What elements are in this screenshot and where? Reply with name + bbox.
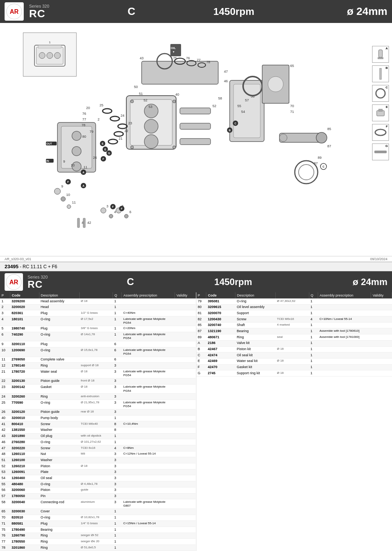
part-p: 2 bbox=[0, 304, 10, 310]
part-p: 12 bbox=[0, 363, 10, 369]
part-assy bbox=[318, 322, 371, 328]
part-p: A bbox=[196, 340, 206, 346]
part-q: 3 bbox=[113, 499, 122, 509]
part-p: 21 bbox=[0, 369, 10, 378]
part-code: 3200070 bbox=[206, 310, 235, 316]
part-dim: Ø 18 bbox=[276, 370, 309, 377]
svg-text:53: 53 bbox=[149, 105, 152, 109]
part-dim bbox=[79, 469, 113, 475]
part-q: 3 bbox=[113, 469, 122, 475]
part-val bbox=[175, 545, 196, 551]
part-desc: Cover bbox=[39, 509, 79, 515]
svg-rect-38 bbox=[234, 84, 260, 138]
thumb-B[interactable]: B bbox=[372, 65, 389, 82]
part-q: 8 bbox=[113, 421, 122, 427]
part-p: 76 bbox=[0, 533, 10, 539]
table-row: 51 1260100 Washer 3 bbox=[0, 457, 196, 463]
product-thumbnail: 1 bbox=[23, 33, 77, 77]
part-p: 48 bbox=[0, 451, 10, 457]
table-row: B 42467 Piston kit Ø 18 1 bbox=[196, 346, 392, 352]
part-p: C bbox=[196, 352, 206, 359]
part-p: 82 bbox=[196, 316, 206, 323]
part-code: 395081 bbox=[206, 298, 235, 304]
part-assy: Lubricate with grease Molykote PG54 bbox=[122, 384, 175, 394]
part-q: 1 bbox=[113, 527, 122, 533]
svg-point-60 bbox=[114, 132, 123, 136]
part-code: 42474 bbox=[206, 352, 235, 359]
part-desc: Plate bbox=[39, 469, 79, 475]
part-code: 1260790 bbox=[10, 533, 39, 539]
part-q: 1 bbox=[309, 364, 318, 370]
part-dim bbox=[79, 427, 113, 433]
part-dim: M8 bbox=[79, 451, 113, 457]
part-assy bbox=[122, 439, 175, 445]
svg-text:2: 2 bbox=[98, 117, 100, 121]
part-q: 1 bbox=[113, 332, 122, 341]
th-code-left: Code bbox=[10, 292, 39, 298]
svg-text:26: 26 bbox=[93, 156, 97, 160]
thumb-G[interactable]: G bbox=[372, 143, 389, 160]
svg-point-15 bbox=[375, 129, 386, 135]
part-desc: Shaft bbox=[235, 322, 276, 328]
diagram-footer: AR_s320-03_v01 09/10/2024 bbox=[0, 256, 392, 262]
thumb-C[interactable]: C bbox=[372, 85, 389, 102]
part-p: 43 bbox=[0, 433, 10, 439]
svg-point-54 bbox=[103, 109, 112, 113]
part-assy bbox=[122, 394, 175, 400]
thumb-A[interactable]: A bbox=[372, 46, 389, 63]
part-assy bbox=[122, 433, 175, 439]
part-assy: C=20Nm bbox=[122, 326, 175, 332]
part-p: 10 bbox=[0, 347, 10, 357]
part-code: 3200142 bbox=[10, 384, 39, 394]
part-val bbox=[175, 341, 196, 347]
svg-text:OUT: OUT bbox=[46, 142, 52, 145]
part-code: 1980740 bbox=[10, 326, 39, 332]
part-p: 70 bbox=[0, 515, 10, 521]
part-desc: O-ring bbox=[39, 316, 79, 326]
part-assy: Assemble with tool [1781000] bbox=[318, 334, 371, 341]
part-dim: anti-extrusion bbox=[79, 394, 113, 400]
part-code: 3200030 bbox=[10, 509, 39, 515]
part-q: 6 bbox=[113, 357, 122, 363]
svg-rect-46 bbox=[170, 44, 181, 56]
svg-rect-16 bbox=[374, 151, 387, 153]
part-q: 1 bbox=[113, 310, 122, 316]
part-assy bbox=[122, 409, 175, 415]
part-dim: with oil dipstick bbox=[79, 433, 113, 439]
part-dim: guide bbox=[79, 487, 113, 493]
svg-rect-7 bbox=[38, 45, 61, 48]
table-row: 25 770590 O-ring Ø 21,95x1,78 3 Lubricat… bbox=[0, 400, 196, 409]
part-code: 1780720 bbox=[10, 369, 39, 378]
part-q: 1 bbox=[309, 340, 318, 346]
svg-point-66 bbox=[61, 197, 65, 201]
part-dim bbox=[79, 509, 113, 515]
table-row: 80 3209615 Oil level assembly 1 bbox=[196, 304, 392, 310]
header-center-2: C bbox=[79, 276, 182, 288]
table-row: E 42469 Water seal kit Ø 18 1 bbox=[196, 358, 392, 364]
table-row: 89 480671 Ring seal 1 Assemble with tool… bbox=[196, 334, 392, 341]
svg-rect-10 bbox=[378, 57, 383, 59]
part-dim: Ø 10,82x1,78 bbox=[79, 515, 113, 521]
part-val bbox=[175, 509, 196, 515]
thumb-E[interactable]: E bbox=[372, 104, 389, 121]
part-dim bbox=[276, 340, 309, 346]
part-assy bbox=[122, 363, 175, 369]
part-val bbox=[175, 451, 196, 457]
svg-point-4 bbox=[39, 52, 45, 59]
thumb-F[interactable]: F bbox=[372, 124, 389, 141]
part-val bbox=[175, 347, 196, 357]
part-p: 89 bbox=[196, 334, 206, 341]
part-p: 25 bbox=[0, 400, 10, 409]
svg-text:54: 54 bbox=[241, 110, 245, 114]
svg-text:10: 10 bbox=[66, 193, 70, 197]
part-val bbox=[175, 369, 196, 378]
part-val bbox=[371, 322, 392, 328]
table-row: A 2186 Valve kit 1 bbox=[196, 340, 392, 346]
part-desc: Complete valve bbox=[39, 357, 79, 363]
part-p: 6 bbox=[0, 332, 10, 341]
part-assy bbox=[122, 304, 175, 310]
part-code: 3209615 bbox=[206, 304, 235, 310]
svg-text:1: 1 bbox=[49, 41, 51, 44]
part-p: 65 bbox=[0, 509, 10, 515]
svg-text:AR: AR bbox=[9, 279, 18, 285]
